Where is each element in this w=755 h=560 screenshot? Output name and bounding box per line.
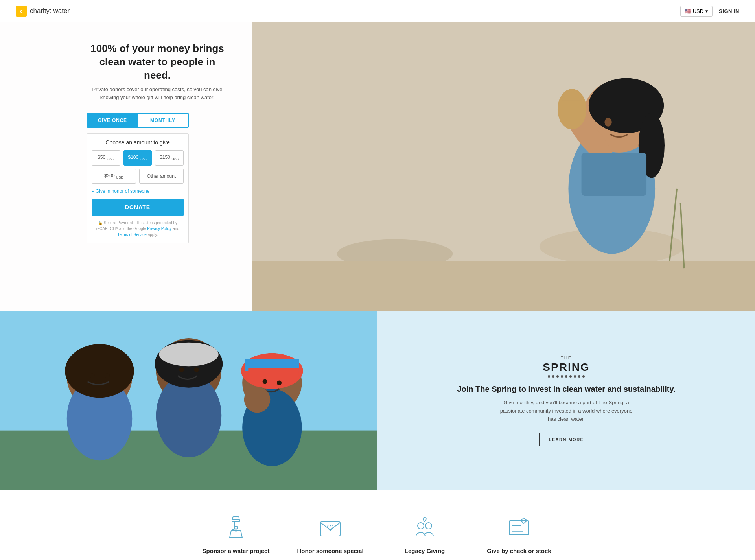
currency-selector[interactable]: 🇺🇸 USD ▾ — [680, 6, 713, 17]
chevron-right-icon: ▸ — [92, 188, 94, 194]
svg-point-35 — [263, 379, 267, 384]
dot-3 — [556, 375, 559, 378]
currency-label: USD — [693, 8, 703, 14]
svg-rect-12 — [560, 101, 584, 122]
chevron-down-icon: ▾ — [705, 8, 708, 14]
svg-point-25 — [159, 343, 218, 367]
spring-learn-more-button[interactable]: LEARN MORE — [539, 433, 594, 446]
tab-give-once[interactable]: GIVE ONCE — [87, 114, 138, 127]
svg-point-36 — [277, 381, 282, 385]
amount-100[interactable]: $100 USD — [123, 150, 152, 165]
spring-tag: THE — [561, 356, 572, 360]
hero-subtext: Private donors cover our operating costs… — [87, 86, 228, 101]
legacy-icon — [411, 514, 438, 541]
hero-image — [252, 22, 755, 311]
amount-200[interactable]: $200 USD — [92, 169, 136, 184]
amount-label: Choose an amount to give — [92, 139, 184, 146]
tab-monthly[interactable]: MONTHLY — [138, 114, 188, 127]
navigation: c charity: water 🇺🇸 USD ▾ SIGN IN — [0, 0, 755, 22]
giving-desc-check: We also accept donations by check, stock… — [480, 558, 558, 560]
svg-rect-30 — [248, 368, 299, 377]
give-in-honor-link[interactable]: ▸ Give in honor of someone — [92, 188, 184, 194]
giving-item-sponsor: Sponsor a water project Transform an ent… — [189, 514, 283, 560]
svg-rect-38 — [233, 517, 239, 520]
spring-image — [0, 311, 378, 490]
amount-150[interactable]: $150 USD — [155, 150, 184, 165]
giving-item-honor: Honor someone special Honor or remember … — [283, 514, 378, 560]
honor-label: Give in honor of someone — [96, 188, 149, 194]
dot-5 — [565, 375, 567, 378]
dot-6 — [569, 375, 572, 378]
svg-point-46 — [418, 523, 424, 529]
giving-title-honor: Honor someone special — [291, 547, 370, 554]
spring-title: SPRING — [543, 361, 589, 374]
amount-selection-box: Choose an amount to give $50 USD $100 US… — [87, 133, 189, 243]
spring-section: THE SPRING Join The Spring to invest in … — [0, 311, 755, 490]
logo-text: charity: water — [30, 7, 70, 15]
spring-headline: Join The Spring to invest in clean water… — [457, 384, 675, 394]
dot-8 — [578, 375, 580, 378]
giving-desc-legacy: Join us in shaping the future and making… — [385, 558, 464, 560]
svg-point-37 — [244, 387, 271, 413]
amount-grid-bottom: $200 USD Other amount — [92, 169, 184, 184]
donation-form: GIVE ONCE MONTHLY Choose an amount to gi… — [87, 113, 189, 243]
svg-point-43 — [235, 528, 237, 530]
children-background — [0, 311, 378, 490]
svg-point-47 — [425, 523, 432, 529]
terms-link[interactable]: Terms of Service — [117, 232, 146, 237]
and-text: and — [173, 227, 179, 231]
privacy-link[interactable]: Privacy Policy — [147, 227, 171, 231]
giving-title-sponsor: Sponsor a water project — [197, 547, 275, 554]
amount-50[interactable]: $50 USD — [92, 150, 120, 165]
lock-icon: 🔒 — [98, 221, 103, 225]
dot-1 — [548, 375, 550, 378]
spring-body: Give monthly, and you'll become a part o… — [495, 399, 637, 423]
dot-2 — [552, 375, 554, 378]
svg-point-34 — [194, 368, 199, 372]
svg-text:c: c — [20, 9, 22, 13]
spring-content: THE SPRING Join The Spring to invest in … — [378, 311, 755, 490]
hero-left-panel: 100% of your money brings clean water to… — [0, 22, 252, 311]
svg-point-33 — [179, 368, 184, 372]
secure-payment-text: 🔒 Secure Payment · This site is protecte… — [92, 220, 184, 238]
svg-point-32 — [105, 374, 110, 378]
honor-icon — [317, 514, 344, 541]
logo[interactable]: c charity: water — [16, 6, 70, 17]
dot-7 — [574, 375, 576, 378]
sign-in-button[interactable]: SIGN IN — [719, 8, 739, 14]
dot-4 — [561, 375, 563, 378]
logo-icon: c — [16, 6, 27, 17]
hero-headline: 100% of your money brings clean water to… — [87, 42, 228, 82]
spring-dots-decoration — [548, 375, 585, 378]
giving-options-section: Sponsor a water project Transform an ent… — [0, 490, 755, 560]
donate-button[interactable]: DONATE — [92, 199, 184, 216]
amount-grid-top: $50 USD $100 USD $150 USD — [92, 150, 184, 165]
nav-right: 🇺🇸 USD ▾ SIGN IN — [680, 6, 739, 17]
check-stock-icon — [505, 514, 533, 541]
svg-rect-14 — [582, 153, 646, 196]
svg-rect-48 — [509, 521, 529, 535]
apply-text: apply. — [148, 232, 158, 237]
giving-item-check: Give by check or stock We also accept do… — [472, 514, 566, 560]
giving-desc-sponsor: Transform an entire community or school … — [197, 558, 275, 560]
water-project-icon — [222, 514, 250, 541]
svg-rect-5 — [252, 261, 755, 312]
giving-title-legacy: Legacy Giving — [385, 547, 464, 554]
giving-tabs: GIVE ONCE MONTHLY — [87, 113, 189, 128]
hero-background — [252, 22, 755, 311]
hero-section: 100% of your money brings clean water to… — [0, 22, 755, 311]
flag-icon: 🇺🇸 — [685, 8, 691, 14]
giving-item-legacy: Legacy Giving Join us in shaping the fut… — [378, 514, 472, 560]
dot-9 — [582, 375, 585, 378]
svg-point-31 — [90, 374, 95, 378]
svg-point-13 — [604, 118, 611, 127]
giving-desc-honor: Honor or remember someone special by mak… — [291, 558, 370, 560]
svg-point-21 — [65, 344, 134, 398]
giving-title-check: Give by check or stock — [480, 547, 558, 554]
amount-other[interactable]: Other amount — [139, 169, 184, 184]
svg-rect-45 — [320, 522, 340, 536]
svg-point-44 — [236, 531, 237, 532]
